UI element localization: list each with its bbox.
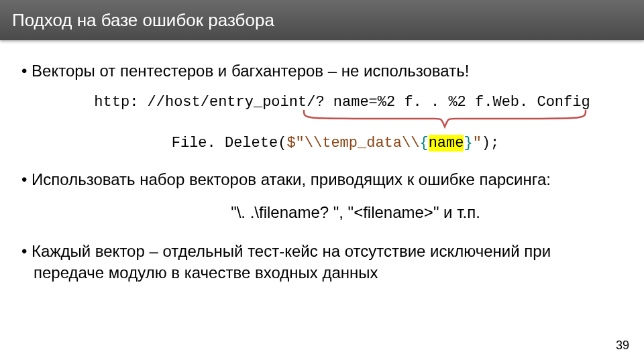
- code-token: (: [278, 135, 286, 152]
- code-token-highlighted: name: [429, 135, 464, 152]
- slide-header: Подход на базе ошибок разбора: [0, 0, 644, 40]
- code-token: }: [464, 135, 472, 152]
- vector-examples: "\. .\filename? ", "<filename>" и т.п.: [19, 203, 625, 222]
- slide-title: Подход на базе ошибок разбора: [12, 10, 274, 31]
- brace-decoration: [19, 112, 625, 132]
- code-token: \\temp_data\\: [305, 135, 420, 152]
- code-token: File. Delete: [172, 135, 278, 152]
- page-number: 39: [616, 339, 629, 353]
- bullet-1: Векторы от пентестеров и багхантеров – н…: [19, 60, 625, 82]
- code-token: {: [419, 135, 428, 152]
- curly-brace-icon: [301, 109, 589, 129]
- code-token: ": [473, 135, 482, 152]
- bullet-2: Использовать набор векторов атаки, приво…: [19, 169, 625, 190]
- code-example: File. Delete($"\\temp_data\\{name}");: [19, 135, 625, 152]
- url-example: http: //host/entry_point/? name=%2 f. . …: [19, 94, 625, 111]
- code-token: $": [286, 135, 304, 152]
- slide-content: Векторы от пентестеров и багхантеров – н…: [0, 40, 644, 284]
- bullet-3: Каждый вектор – отдельный тест-кейс на о…: [19, 241, 625, 284]
- code-token: );: [482, 135, 499, 152]
